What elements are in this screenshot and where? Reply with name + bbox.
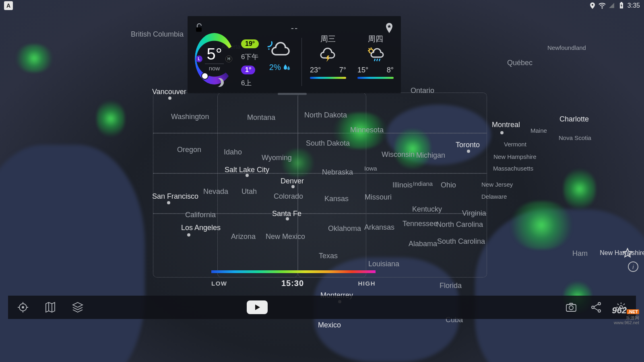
storm-icon <box>319 47 337 64</box>
map-label: Nebraska <box>322 168 353 177</box>
map-label: Florida <box>440 282 462 290</box>
high-time: 6下午 <box>241 52 259 62</box>
high-low-column: 19° 6下午 1° 6上 <box>241 39 259 88</box>
map-label: South Carolina <box>437 237 485 246</box>
location-icon <box>589 2 596 9</box>
night-cloud-icon <box>266 39 293 60</box>
map-label: Arizona <box>231 232 256 241</box>
map-label: Colorado <box>274 192 303 201</box>
city-dot <box>286 217 289 220</box>
map-style-button[interactable] <box>43 300 57 314</box>
map-label: Montana <box>247 113 275 122</box>
radar-blob <box>394 129 431 169</box>
location-name[interactable]: -- <box>204 23 385 33</box>
battery-charging-icon <box>618 2 625 9</box>
map-label: Newfoundland <box>547 44 586 51</box>
watermark: 962.NET 乐游网 www.962.net <box>612 306 639 325</box>
timeline-time: 15:30 <box>281 279 304 288</box>
map-label: Michigan <box>416 151 445 160</box>
divider <box>301 38 302 86</box>
state-row2 <box>153 173 487 174</box>
svg-point-1 <box>601 8 603 9</box>
unlock-icon[interactable] <box>195 23 204 33</box>
map-label: Montreal <box>492 121 520 129</box>
play-button[interactable] <box>247 300 268 314</box>
hi-temp: 15° <box>357 66 368 74</box>
svg-point-13 <box>598 310 601 312</box>
map-label: Missouri <box>365 193 392 202</box>
intensity-timeline[interactable]: LOW 15:30 HIGH <box>211 270 376 288</box>
map-label: Los Angeles <box>181 224 221 232</box>
map-label: San Francisco <box>152 192 198 201</box>
hi-temp: 23° <box>310 66 321 74</box>
svg-point-10 <box>569 306 573 310</box>
temp-range-bar <box>310 77 346 79</box>
camera-button[interactable] <box>564 300 578 314</box>
map-label: North Carolina <box>436 220 483 229</box>
map-label: New Hampshire <box>493 153 537 160</box>
city-dot <box>467 150 470 153</box>
low-time: 6上 <box>241 78 259 88</box>
bottom-toolbar <box>8 296 636 319</box>
map-label: British Columbia <box>131 30 184 39</box>
forecast-days[interactable]: 周三 23°7° 周四 15°8° <box>310 34 394 88</box>
weather-card[interactable]: -- 5° now L H 19° 6下午 1° 6上 <box>188 16 401 93</box>
info-button[interactable]: i <box>628 261 638 272</box>
map-label: New Jersey <box>481 181 513 188</box>
map-label: Massachusetts <box>493 165 533 172</box>
map-label: Utah <box>242 187 257 196</box>
share-button[interactable] <box>589 300 603 314</box>
forecast-day-thu[interactable]: 周四 15°8° <box>357 34 394 88</box>
map-label: Québec <box>507 59 533 67</box>
map-label: Louisiana <box>368 260 399 268</box>
map-label: North Dakota <box>304 111 347 119</box>
radar-blob <box>511 201 572 249</box>
map-label: Kansas <box>324 195 349 203</box>
map-label: Alabama <box>409 240 437 248</box>
city-dot <box>500 131 504 134</box>
map-label: Charlotte <box>559 115 589 123</box>
map-label: Idaho <box>224 148 242 156</box>
location-pin-icon[interactable] <box>385 23 394 34</box>
card-tab-indicator[interactable] <box>278 93 307 95</box>
locate-button[interactable] <box>16 300 30 314</box>
svg-rect-3 <box>621 2 622 3</box>
city-dot <box>291 185 295 188</box>
intensity-gradient <box>211 270 376 273</box>
map-label: New Mexico <box>266 232 305 241</box>
map-label: Ohio <box>441 181 456 189</box>
ocean-pacific <box>0 145 145 362</box>
radar-blob <box>282 149 314 177</box>
map-label: Oklahoma <box>328 224 361 233</box>
favorite-label: New Hampshire <box>600 249 644 257</box>
map-label: South Dakota <box>306 139 350 148</box>
map-label: Delaware <box>481 193 507 200</box>
city-dot <box>187 233 190 237</box>
map-label: Wyoming <box>262 154 292 162</box>
city-dot <box>167 201 170 204</box>
map-label: Toronto <box>456 141 480 149</box>
lo-temp: 8° <box>387 66 394 74</box>
map-label: Maine <box>530 127 547 134</box>
precip-percent: 2% <box>269 63 281 72</box>
map-label: Oregon <box>177 146 201 154</box>
svg-point-0 <box>592 4 593 6</box>
map-label: Virginia <box>462 209 486 218</box>
svg-rect-4 <box>196 27 202 32</box>
day-label: 周三 <box>320 34 336 44</box>
high-temp-pill: 19° <box>241 39 259 48</box>
city-dot <box>246 174 249 177</box>
map-label: Indiana <box>413 180 433 187</box>
high-marker: H <box>225 56 232 62</box>
layers-button[interactable] <box>71 300 85 314</box>
radar-blob <box>564 169 596 209</box>
keyboard-indicator: A <box>4 1 13 10</box>
raindrop-icon <box>283 64 291 72</box>
map-label: Vermont <box>504 141 526 148</box>
forecast-day-wed[interactable]: 周三 23°7° <box>310 34 346 88</box>
day-label: 周四 <box>368 34 383 44</box>
now-label: now <box>205 64 224 72</box>
legend-low: LOW <box>211 280 227 287</box>
low-temp-pill: 1° <box>241 66 255 74</box>
map-label: Arkansas <box>364 223 394 232</box>
